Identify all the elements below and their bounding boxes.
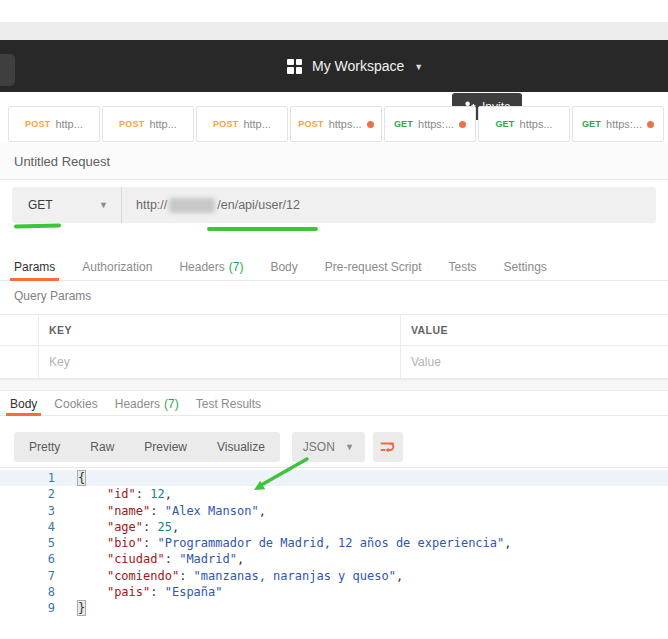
tab-label: Authorization [82,260,152,274]
request-tab[interactable]: POSThttp... [102,106,194,142]
json-token-bracket: { [78,471,85,485]
request-tab-label: https... [520,118,553,130]
json-token-plain [78,569,107,583]
url-scheme: http:// [136,198,167,212]
workspace-switcher[interactable]: My Workspace ▼ [287,40,423,92]
request-tab[interactable]: POSThttps... [290,106,382,142]
json-token-plain [78,504,107,518]
response-tab-body[interactable]: Body [10,392,37,415]
request-tab-label: https:... [418,118,454,130]
line-content: } [68,600,85,616]
json-token-plain: , [504,536,511,550]
section-divider-band [0,379,668,391]
request-tab-label: http... [149,118,177,130]
response-tab-count: (7) [164,397,179,411]
request-tab[interactable]: GEThttps:... [384,106,476,142]
response-tab-label: Test Results [196,397,261,411]
request-tab-label: https:... [606,118,642,130]
method-dropdown[interactable]: GET ▼ [12,187,122,223]
url-input[interactable]: http:// /en/api/user/12 [122,187,300,223]
tab-authorization[interactable]: Authorization [82,254,152,280]
json-token-key: "comiendo" [107,569,179,583]
code-line: 6 "ciudad": "Madrid", [0,551,668,567]
value-column-header: VALUE [401,315,668,345]
response-tab-test-results[interactable]: Test Results [196,392,261,415]
tab-count: (7) [229,260,244,274]
key-input[interactable]: Key [39,346,401,378]
json-token-key: "id" [107,487,136,501]
key-column-header: KEY [39,315,401,345]
checkbox-column [0,315,39,345]
tab-label: Body [270,260,297,274]
unsaved-changes-dot [459,121,466,128]
json-token-plain [78,585,107,599]
request-title[interactable]: Untitled Request [14,154,110,169]
json-token-plain: , [396,569,403,583]
code-line: 5 "bio": "Programmador de Madrid, 12 año… [0,535,668,551]
json-token-plain: : [165,552,179,566]
request-tab-method: POST [25,119,50,129]
line-content: "ciudad": "Madrid", [68,551,244,567]
line-content: "comiendo": "manzanas, naranjas y queso"… [68,568,403,584]
tab-settings[interactable]: Settings [504,254,547,280]
line-content: "pais": "España" [68,584,223,600]
request-tab-method: GET [394,119,413,129]
json-token-plain [78,552,107,566]
code-line: 3 "name": "Alex Manson", [0,503,668,519]
request-tab[interactable]: GEThttps:... [572,106,664,142]
request-tab-method: POST [119,119,144,129]
response-tab-label: Body [10,397,37,411]
json-token-plain: , [165,487,172,501]
json-token-str: "Programmador de Madrid, 12 años de expe… [157,536,504,550]
json-token-str: "manzanas, naranjas y queso" [194,569,396,583]
table-header-row: KEY VALUE [0,314,668,345]
line-content: "bio": "Programmador de Madrid, 12 años … [68,535,512,551]
request-tab[interactable]: POSThttp... [8,106,100,142]
json-token-plain: : [143,520,157,534]
tab-body[interactable]: Body [270,254,297,280]
row-checkbox-cell[interactable] [0,346,39,378]
line-number: 6 [0,551,68,567]
url-bar: GET ▼ http:// /en/api/user/12 [12,187,656,223]
request-section-tabs: ParamsAuthorizationHeaders(7)BodyPre-req… [0,254,668,281]
query-params-label: Query Params [14,289,91,303]
json-token-plain [78,536,107,550]
format-value: JSON [303,440,335,454]
request-tab[interactable]: GEThttps... [478,106,570,142]
view-mode-preview[interactable]: Preview [129,440,202,454]
tab-label: Headers [179,260,224,274]
view-mode-raw[interactable]: Raw [75,440,129,454]
response-tab-label: Cookies [54,397,97,411]
url-path: /en/api/user/12 [217,198,300,212]
json-token-plain: : [150,585,164,599]
value-input[interactable]: Value [401,346,668,378]
request-tab-strip: POSThttp...POSThttp...POSThttp...POSThtt… [8,106,664,142]
code-line: 8 "pais": "España" [0,584,668,600]
json-token-num: 12 [150,487,164,501]
wrap-lines-icon [379,439,396,456]
postman-app-window: My Workspace ▼ Invite POSThttp...POSThtt… [0,0,668,639]
annotation-underline-method [14,223,61,228]
json-token-plain [78,520,107,534]
code-line: 7 "comiendo": "manzanas, naranjas y ques… [0,568,668,584]
code-line: 2 "id": 12, [0,486,668,502]
response-tab-headers[interactable]: Headers(7) [115,392,179,415]
json-token-plain: , [259,504,266,518]
response-section-tabs: BodyCookiesHeaders(7)Test Results [0,392,668,416]
tab-tests[interactable]: Tests [448,254,476,280]
request-tab-label: http... [55,118,83,130]
json-token-plain: : [150,504,164,518]
tab-params[interactable]: Params [14,254,55,280]
response-tab-cookies[interactable]: Cookies [54,392,97,415]
response-body-code[interactable]: 1{2 "id": 12,3 "name": "Alex Manson",4 "… [0,467,668,617]
tab-label: Tests [448,260,476,274]
format-dropdown[interactable]: JSON ▼ [292,432,365,462]
view-mode-pretty[interactable]: Pretty [14,440,75,454]
wrap-lines-button[interactable] [373,432,403,462]
view-mode-visualize[interactable]: Visualize [202,440,280,454]
tab-pre-request-script[interactable]: Pre-request Script [325,254,422,280]
topbar-partial-button[interactable] [0,54,15,86]
tab-headers[interactable]: Headers(7) [179,254,243,280]
request-tab[interactable]: POSThttp... [196,106,288,142]
chevron-down-icon: ▼ [99,200,108,210]
